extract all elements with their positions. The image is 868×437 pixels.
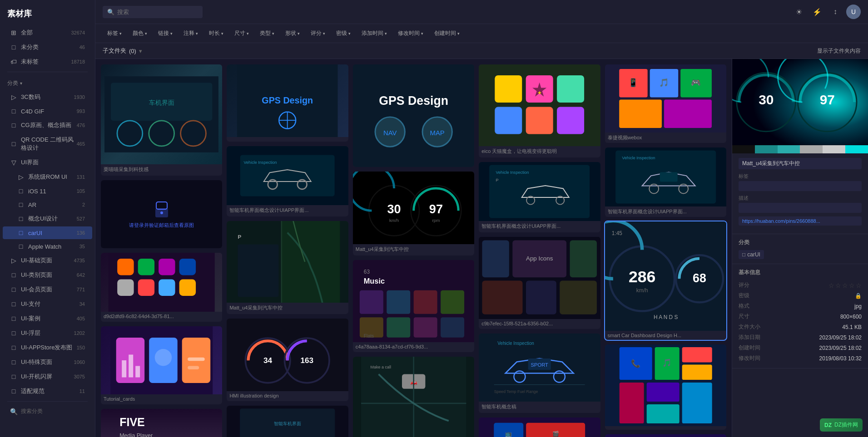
sun-button[interactable]: ☀ <box>792 5 806 19</box>
grid-item-16[interactable]: App Icons c9b7efec-15f8-521a-6356-b02... <box>479 237 600 329</box>
sidebar-item-carui[interactable]: □ carUI 136 <box>3 226 92 239</box>
sidebar-item-ui-pay[interactable]: □ UI-支付 34 <box>3 297 92 311</box>
sidebar-label-ui-member: UI-会员页面 <box>21 285 75 294</box>
sidebar-item-all[interactable]: ⊞ 全部 32674 <box>3 26 92 39</box>
app-title: 素材库 <box>0 0 95 25</box>
sidebar-item-rom[interactable]: ▷ 系统级ROM UI 131 <box>3 170 92 184</box>
filter-modifytime[interactable]: 修改时间 ▾ <box>393 28 428 39</box>
grid-item-webox2[interactable]: 📱 🎵 🎮 泰捷视频webox <box>605 64 726 143</box>
grid-item-7[interactable]: Vehicle Inspection 智能车机界面概念设计UIAPP界面... <box>227 146 348 216</box>
sort-button[interactable]: ↕ <box>828 5 843 19</box>
swatch-3[interactable] <box>778 145 800 153</box>
filter-type[interactable]: 类型 ▾ <box>255 28 279 39</box>
rp-tag-input[interactable] <box>739 181 862 191</box>
sidebar-item-cg[interactable]: □ CG原画、概念插画 476 <box>3 118 92 132</box>
rp-desc-input[interactable] <box>739 203 862 213</box>
folder-icon-applewatch: □ <box>17 243 25 250</box>
swatch-4[interactable] <box>800 145 823 153</box>
grid-item-selected[interactable]: 286 km/h 68 H A N D S 1:45 smart Car Das… <box>605 221 726 340</box>
sidebar-item-ui-appstore[interactable]: □ UI-APPStore发布图 150 <box>3 341 92 354</box>
grid-item-10[interactable]: 智能车机界面 1f279124-faea-478b-232e-3ac... <box>227 406 348 437</box>
grid-item-windows[interactable]: 📞 🎵 <box>605 344 726 430</box>
sidebar-item-3c[interactable]: ▷ 3C数码 1930 <box>3 90 92 104</box>
sidebar-item-ui-member[interactable]: □ UI-会员页面 771 <box>3 283 92 296</box>
sidebar-classify-header[interactable]: 分类 ▾ <box>0 77 95 90</box>
filter-annotation[interactable]: 注释 ▾ <box>179 28 203 39</box>
sidebar-item-adapt[interactable]: □ 适配规范 11 <box>3 384 92 398</box>
svg-rect-92 <box>495 75 522 103</box>
star-3[interactable]: ☆ <box>842 282 848 289</box>
star-2[interactable]: ☆ <box>835 282 841 289</box>
svg-text:Vehicle Inspection: Vehicle Inspection <box>496 170 529 175</box>
filter-addtime[interactable]: 添加时间 ▾ <box>357 28 392 39</box>
filter-shape[interactable]: 形状 ▾ <box>281 28 304 39</box>
filter-size[interactable]: 尺寸 ▾ <box>230 28 253 39</box>
sidebar-item-uncategorized[interactable]: □ 未分类 46 <box>3 40 92 54</box>
grid-item-9[interactable]: 34 163 HMI illustration design <box>227 319 348 401</box>
show-content-button[interactable]: 显示子文件夹内容 <box>817 47 861 55</box>
filter-link[interactable]: 链接 ▾ <box>154 28 177 39</box>
sidebar-item-ui-category[interactable]: □ UI-类别页面 642 <box>3 268 92 282</box>
rp-stars[interactable]: ☆ ☆ ☆ ☆ ☆ <box>828 282 862 289</box>
swatch-1[interactable] <box>732 145 755 153</box>
grid-item-11[interactable]: 30 km/h 97 rpm Matt_u4采集到汽车中控 <box>353 172 474 255</box>
swatch-6[interactable] <box>845 145 868 153</box>
grid-item-14[interactable]: ★ eico 天猫魔盒，让电视变得更聪明 <box>479 64 600 157</box>
grid-masonry: 车机界面 栗喵喵采集到科技感 <box>101 64 726 437</box>
filter-button[interactable]: ⚡ <box>810 5 824 19</box>
grid-item-3[interactable]: d9d2dfd9-6c82-64d4-3d75-81... <box>101 253 222 322</box>
grid-item-5[interactable]: FIVE Media Player FT3 Media Player <box>101 409 222 437</box>
subfolder-dropdown-icon[interactable]: ▾ <box>139 48 142 54</box>
filter-rating[interactable]: 评分 ▾ <box>306 28 330 39</box>
svg-text:🎵: 🎵 <box>662 358 671 367</box>
grid-item-gps2[interactable]: GPS Design NAV MAP <box>353 64 474 167</box>
star-1[interactable]: ☆ <box>828 282 834 289</box>
sidebar-item-ui[interactable]: ▽ UI界面 <box>3 156 92 169</box>
grid-item-6[interactable]: GPS Design <box>227 64 348 142</box>
sidebar-item-untagged[interactable]: 🏷 未标签 18718 <box>3 55 92 69</box>
filter-duration[interactable]: 时长 ▾ <box>204 28 228 39</box>
rp-category-tag[interactable]: □ carUI <box>739 250 764 259</box>
swatch-5[interactable] <box>823 145 845 153</box>
sidebar-item-ui-basic[interactable]: ▷ UI-基础页面 4735 <box>3 254 92 267</box>
grid-item-17[interactable]: Vehicle Inspection SPORT Speed Temp Fuel… <box>479 334 600 413</box>
rp-preview-inner: 30 97 <box>732 59 868 145</box>
filter-security[interactable]: 密级 ▾ <box>332 28 355 39</box>
star-5[interactable]: ☆ <box>856 282 862 289</box>
sidebar-item-ui-float[interactable]: □ UI-浮层 1202 <box>3 326 92 340</box>
star-4[interactable]: ☆ <box>849 282 855 289</box>
user-avatar[interactable]: U <box>846 5 861 19</box>
sidebar-item-ui-special[interactable]: □ UI-特殊页面 1060 <box>3 355 92 369</box>
rp-url-value[interactable]: https://huaban.com/pins/2660888... <box>739 216 862 226</box>
sidebar-item-qr[interactable]: □ QR CODE 二维码风格设计 465 <box>3 133 92 155</box>
grid-item-8[interactable]: P Matt_u4采集到汽车中控 <box>227 221 348 314</box>
search-input[interactable] <box>117 9 190 15</box>
sidebar-search-category[interactable]: 🔍 搜索分类 <box>3 405 92 418</box>
swatch-2[interactable] <box>755 145 778 153</box>
sidebar-item-ui-splash[interactable]: □ UI-开机闪屏 3075 <box>3 370 92 383</box>
grid-item-12[interactable]: 63 Music Flats <box>353 260 474 352</box>
sidebar-item-ios11[interactable]: □ iOS 11 105 <box>3 185 92 197</box>
sidebar-search-label: 搜索分类 <box>21 408 85 415</box>
sidebar-item-ui-case[interactable]: □ UI-案例 405 <box>3 312 92 325</box>
sidebar-label-ui-float: UI-浮层 <box>21 329 72 337</box>
filter-createtime[interactable]: 创建时间 ▾ <box>430 28 464 39</box>
sidebar-item-ar[interactable]: □ AR 2 <box>3 198 92 211</box>
grid-item-15[interactable]: Vehicle Inspection P 智能车机界面概念设计UIAPP界面..… <box>479 162 600 232</box>
rp-key-filesize: 文件大小 <box>739 323 760 331</box>
grid-item-purple[interactable]: 08:32 🚗 Navigation <box>605 434 726 437</box>
filter-tag[interactable]: 标签 ▾ <box>103 28 126 39</box>
grid-item-smart2[interactable]: Vehicle Inspection 智能车机界面概念设计UIAPP界面... <box>605 147 726 217</box>
dz-badge[interactable]: DZ DZ插件网 <box>820 418 863 432</box>
sidebar-item-applewatch[interactable]: □ Apple Watch 35 <box>3 240 92 253</box>
grid-item-18[interactable]: 📺 🎬 泰捷视频webox <box>479 417 600 437</box>
sidebar-item-concept-ui[interactable]: □ 概念UI设计 527 <box>3 212 92 226</box>
sidebar-item-c4d[interactable]: □ C4D GIF 993 <box>3 105 92 118</box>
rp-row-security: 密级 🔒 <box>739 290 862 301</box>
grid-item-2[interactable]: 请登录并验证邮箱后查看原图 <box>101 180 222 248</box>
svg-text:SPORT: SPORT <box>531 362 549 368</box>
grid-item-4[interactable]: Tutorial_cards <box>101 326 222 404</box>
grid-item-13[interactable]: 🚗 Make a call 2be00e7f-35ba-304f-9b8b-4c… <box>353 357 474 437</box>
filter-color[interactable]: 颜色 ▾ <box>128 28 152 39</box>
grid-item-1[interactable]: 车机界面 栗喵喵采集到科技感 <box>101 64 222 176</box>
